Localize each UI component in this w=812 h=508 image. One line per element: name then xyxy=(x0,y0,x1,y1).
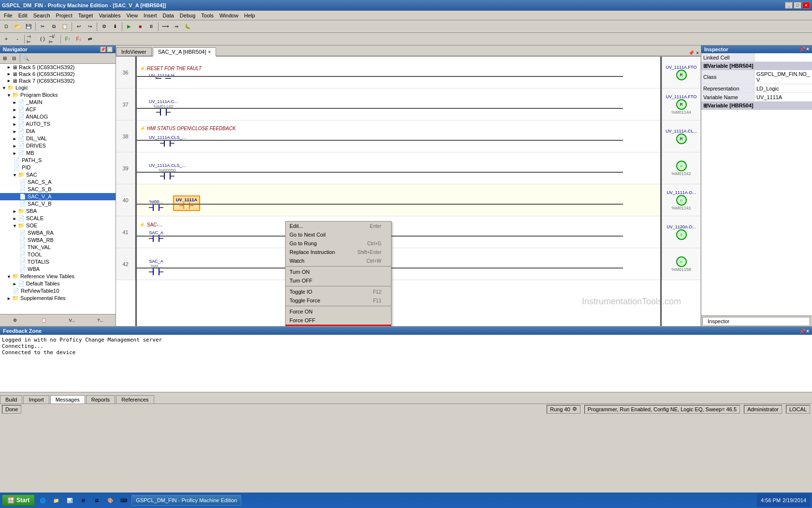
tb-stop[interactable]: ■ xyxy=(135,22,145,31)
tb-coil[interactable]: ( ) xyxy=(37,34,48,44)
tb-step[interactable]: ⟶ xyxy=(160,22,171,31)
inspector-value-class[interactable]: GSPCL_DM_FIN.NO_V xyxy=(754,70,812,84)
tb-zoom-out[interactable]: - xyxy=(12,34,23,44)
coil-40[interactable]: ○ xyxy=(676,195,687,206)
tb-cut[interactable]: ✂ xyxy=(37,22,48,31)
tree-sac-v-a[interactable]: 📄 SAC_V_A xyxy=(0,193,116,200)
tree-dia[interactable]: ►📄 DIA xyxy=(0,128,116,135)
close-button[interactable]: × xyxy=(802,2,810,9)
tree-item[interactable]: ►🖥 Rack 7 (IC693CHS392) xyxy=(0,77,116,84)
menu-project[interactable]: Project xyxy=(53,12,75,19)
menu-debug[interactable]: Debug xyxy=(177,12,198,19)
tab-messages[interactable]: Messages xyxy=(50,395,85,403)
tree-logic[interactable]: ▼📁 Logic xyxy=(0,84,116,91)
tab-sac-v-a[interactable]: SAC_V_A [HBR504] × xyxy=(153,47,217,57)
contact-38-1[interactable]: UV_1111A.CLS_... xyxy=(149,135,186,147)
tree-analog[interactable]: ►📄 ANALOG xyxy=(0,113,116,120)
tab-pin-icon[interactable]: 📌 xyxy=(688,50,694,56)
tree-path-s[interactable]: 📄 PATH_S xyxy=(0,157,116,164)
ctx-edit[interactable]: Edit...Enter xyxy=(286,222,391,230)
menu-tools[interactable]: Tools xyxy=(198,12,217,19)
contact-42-1[interactable]: SAC_A %M... xyxy=(149,259,163,275)
quicklaunch-5[interactable]: 🖥 xyxy=(91,494,102,506)
inspector-pin-icon[interactable]: 📌 xyxy=(799,46,805,52)
taskbar-proficy-app[interactable]: GSPCL_DM_FIN - Proficy Machine Edition xyxy=(131,495,241,506)
tab-close-x-icon[interactable]: × xyxy=(696,50,699,56)
tb-save[interactable]: 💾 xyxy=(23,22,34,31)
navigator-pin[interactable]: 📌 xyxy=(100,46,106,52)
tree-acf[interactable]: ►📄 ACF xyxy=(0,106,116,113)
contact-40-1[interactable]: %I00... xyxy=(149,199,163,211)
tree-sac-v-b[interactable]: 📄 SAC_V_B xyxy=(0,200,116,208)
tab-infoviewer[interactable]: InfoViewer xyxy=(116,47,152,56)
tb-contact[interactable]: ⊣ ⊢ xyxy=(26,34,37,44)
tree-supplemental[interactable]: ►📁 Supplemental Files xyxy=(0,295,116,302)
ctx-replace-instruction[interactable]: Replace InstructionShift+Enter xyxy=(286,248,391,256)
ctx-force-off[interactable]: Force OFF xyxy=(286,316,391,325)
coil-42[interactable]: ○ xyxy=(676,256,687,267)
tab-close-icon[interactable]: × xyxy=(208,49,211,55)
rung-content-36[interactable]: ⚡ RESET FOR THE FAULT UV_1111A.H... xyxy=(135,57,662,88)
nav-btn-1[interactable]: ⚙ xyxy=(8,315,22,325)
nav-btn-2[interactable]: 📋 xyxy=(36,315,51,325)
tree-item[interactable]: ►🖥 Rack 5 (IC693CHS392) xyxy=(0,64,116,71)
feedback-pin-icon[interactable]: 📌 xyxy=(799,329,805,334)
tab-references[interactable]: References xyxy=(116,395,154,403)
nav-btn-3[interactable]: V... xyxy=(65,315,79,325)
menu-search[interactable]: Search xyxy=(30,12,53,19)
tb-undo[interactable]: ↩ xyxy=(73,22,84,31)
ladder-view[interactable]: 36 ⚡ RESET FOR THE FAULT UV_1111A.H... xyxy=(116,57,701,326)
coil-36[interactable]: R xyxy=(676,70,687,80)
inspector-close-icon[interactable]: × xyxy=(806,46,809,52)
tb-redo[interactable]: ↪ xyxy=(85,22,95,31)
contact-40-selected[interactable]: UV_1111A xyxy=(173,195,200,211)
tb-copy[interactable]: ⧉ xyxy=(48,22,59,31)
tree-sba[interactable]: ►📁 SBA xyxy=(0,208,116,215)
quicklaunch-proficy[interactable]: ⚙ xyxy=(77,494,89,506)
coil-39[interactable]: ○ xyxy=(676,161,687,171)
tree-sac-s-a[interactable]: 📄 SAC_S_A xyxy=(0,179,116,186)
tree-soe[interactable]: ▼📁 SOE xyxy=(0,222,116,229)
rung-content-42[interactable]: SAC_A %M... xyxy=(135,248,662,280)
tree-wba[interactable]: 📄 WBA xyxy=(0,266,116,273)
inspector-section-variable1[interactable]: ⊞Variable [HBR504] xyxy=(701,62,812,70)
quicklaunch-folder[interactable]: 📁 xyxy=(50,494,62,506)
tree-sac[interactable]: ▼📁 SAC xyxy=(0,171,116,179)
tab-build[interactable]: Build xyxy=(0,395,22,403)
inspector-value-linked-cell[interactable] xyxy=(754,53,812,61)
tb-pause[interactable]: ⏸ xyxy=(146,22,157,31)
tb-force-off[interactable]: F↓ xyxy=(73,34,84,44)
start-button[interactable]: 🪟 Start xyxy=(2,494,35,506)
tree-item[interactable]: ►🖥 Rack 6 (IC693CHS392) xyxy=(0,71,116,77)
inspector-section-variable2[interactable]: ⊞Variable [HBR504] xyxy=(701,102,812,110)
feedback-close-icon[interactable]: × xyxy=(806,329,809,334)
tree-drives[interactable]: ►📄 DRIVES xyxy=(0,142,116,149)
menu-data[interactable]: Data xyxy=(160,12,177,19)
tree-mb[interactable]: ►📄 MB xyxy=(0,149,116,157)
nav-tb-2[interactable]: ⊟ xyxy=(10,54,18,63)
tb-toggle[interactable]: ⇄ xyxy=(85,34,95,44)
tb-download[interactable]: ⬇ xyxy=(110,22,120,31)
rung-content-39[interactable]: UV_1111A.CLS_... %I00050 xyxy=(135,152,662,184)
tree-sac-s-b[interactable]: 📄 SAC_S_B xyxy=(0,186,116,193)
nav-tb-1[interactable]: ⊞ xyxy=(0,54,9,63)
coil-38[interactable]: R xyxy=(676,134,687,144)
tree-tnk-val[interactable]: 📄 TNK_VAL xyxy=(0,244,116,251)
menu-file[interactable]: File xyxy=(1,12,15,19)
tb-stepover[interactable]: ⇒ xyxy=(171,22,182,31)
window-controls[interactable]: _ □ × xyxy=(785,2,810,9)
tree-ref-view[interactable]: ▼📁 Reference View Tables xyxy=(0,273,116,280)
tb-run[interactable]: ▶ xyxy=(124,22,134,31)
ctx-force-on[interactable]: Force ON xyxy=(286,307,391,316)
tb-zoom-in[interactable]: + xyxy=(1,34,12,44)
tab-inspector-bottom[interactable]: Inspector xyxy=(702,317,810,325)
quicklaunch-paint[interactable]: 🎨 xyxy=(104,494,116,506)
tab-reports[interactable]: Reports xyxy=(86,395,116,403)
tb-debug[interactable]: 🐛 xyxy=(182,22,193,31)
inspector-value-varname[interactable]: UV_1111A xyxy=(754,93,812,101)
menu-edit[interactable]: Edit xyxy=(15,12,30,19)
menu-variables[interactable]: Variables xyxy=(96,12,123,19)
ctx-remove-force[interactable]: Remove Force xyxy=(286,325,391,326)
ctx-goto-next-coil[interactable]: Go to Next Coil xyxy=(286,230,391,239)
tree-main[interactable]: ►📄 _MAIN xyxy=(0,99,116,106)
